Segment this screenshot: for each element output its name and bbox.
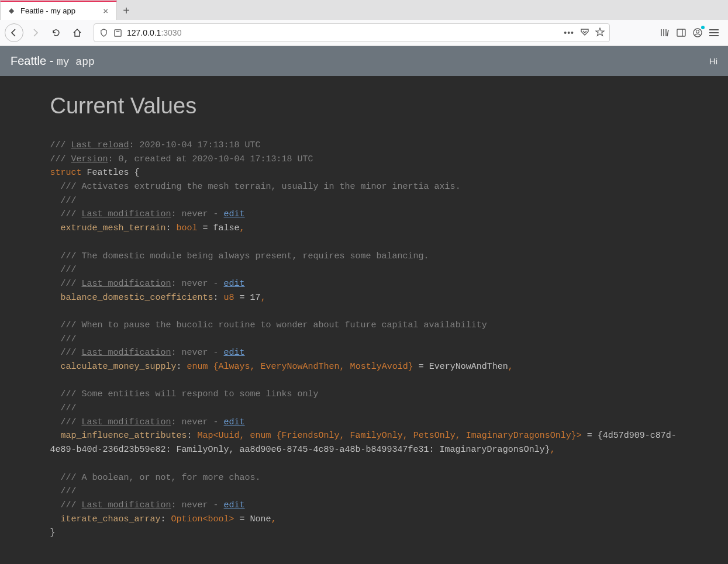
field-type: Map<Uuid, enum {FriendsOnly, FamilyOnly,… [198, 431, 582, 441]
hamburger-icon [709, 29, 719, 36]
field-doc: /// When to pause the bucolic routine to… [61, 320, 487, 330]
field-value: false [213, 223, 240, 233]
edit-link[interactable]: edit [224, 209, 245, 219]
field-doc: /// Some entities will respond to some l… [61, 389, 319, 399]
browser-toolbar: 127.0.0.1:3030 ••• [0, 20, 728, 46]
tab-strip: ◆ Feattle - my app × + [0, 0, 728, 20]
brand-sub: my app [57, 56, 95, 68]
feattles-struct-code: /// Last reload: 2020-10-04 17:13:18 UTC… [50, 139, 678, 540]
field-doc: /// The domestic module being always pre… [61, 251, 429, 261]
notification-dot-icon [701, 26, 705, 29]
browser-chrome: ◆ Feattle - my app × + 127.0.0.1:3030 [0, 0, 728, 46]
menu-button[interactable] [708, 27, 720, 39]
field-value: 17 [250, 293, 261, 303]
field-type: bool [177, 223, 198, 233]
field-doc: /// Activates extruding the mesh terrain… [61, 182, 461, 192]
field-name: calculate_money_supply [61, 362, 177, 372]
field-type: enum {Always, EveryNowAndThen, MostlyAvo… [187, 362, 413, 372]
brand[interactable]: Feattle - my app [11, 54, 95, 68]
favicon-icon: ◆ [6, 6, 16, 16]
library-icon[interactable] [659, 27, 671, 39]
page-title: Current Values [50, 94, 678, 119]
field-type: Option<bool> [171, 514, 234, 524]
field-name: extrude_mesh_terrain [61, 223, 166, 233]
pocket-icon[interactable] [580, 27, 589, 39]
home-button[interactable] [68, 23, 87, 42]
field-value: EveryNowAndThen [429, 362, 508, 372]
shield-icon[interactable] [99, 28, 108, 37]
brand-sep: - [46, 54, 57, 67]
home-icon [73, 28, 82, 37]
reload-icon [51, 28, 61, 37]
back-button[interactable] [5, 23, 23, 42]
sidebar-icon[interactable] [675, 27, 687, 39]
url-bar[interactable]: 127.0.0.1:3030 ••• [94, 23, 610, 42]
edit-link[interactable]: edit [224, 500, 245, 510]
app-navbar: Feattle - my app Hi [0, 46, 728, 76]
new-tab-button[interactable]: + [117, 1, 136, 20]
field-name: map_influence_attributes [61, 431, 187, 441]
field-value: None [250, 514, 271, 524]
svg-rect-2 [677, 29, 685, 36]
edit-link[interactable]: edit [224, 348, 245, 358]
tab-title: Feattle - my app [20, 6, 101, 15]
svg-point-5 [696, 30, 699, 33]
meatballs-icon[interactable]: ••• [564, 28, 574, 37]
brand-name: Feattle [11, 54, 46, 67]
url-text: 127.0.0.1:3030 [127, 28, 181, 37]
field-name: iterate_chaos_array [61, 514, 161, 524]
arrow-right-icon [30, 28, 40, 37]
navbar-right-text: Hi [709, 56, 717, 66]
edit-link[interactable]: edit [224, 279, 245, 289]
svg-rect-0 [114, 29, 120, 36]
reload-button[interactable] [47, 23, 65, 42]
browser-tab[interactable]: ◆ Feattle - my app × [0, 1, 117, 20]
page: Feattle - my app Hi Current Values /// L… [0, 46, 728, 564]
field-type: u8 [224, 293, 234, 303]
arrow-left-icon [9, 28, 19, 37]
account-icon[interactable] [692, 27, 703, 39]
page-info-icon[interactable] [113, 28, 122, 37]
right-toolbar [659, 27, 723, 39]
forward-button[interactable] [26, 23, 44, 42]
bookmark-star-icon[interactable] [595, 27, 605, 39]
edit-link[interactable]: edit [224, 417, 245, 427]
field-doc: /// A boolean, or not, for more chaos. [61, 473, 261, 483]
tab-close-button[interactable]: × [101, 6, 111, 16]
field-name: balance_domestic_coefficients [61, 293, 213, 303]
main-container: Current Values /// Last reload: 2020-10-… [40, 76, 689, 564]
